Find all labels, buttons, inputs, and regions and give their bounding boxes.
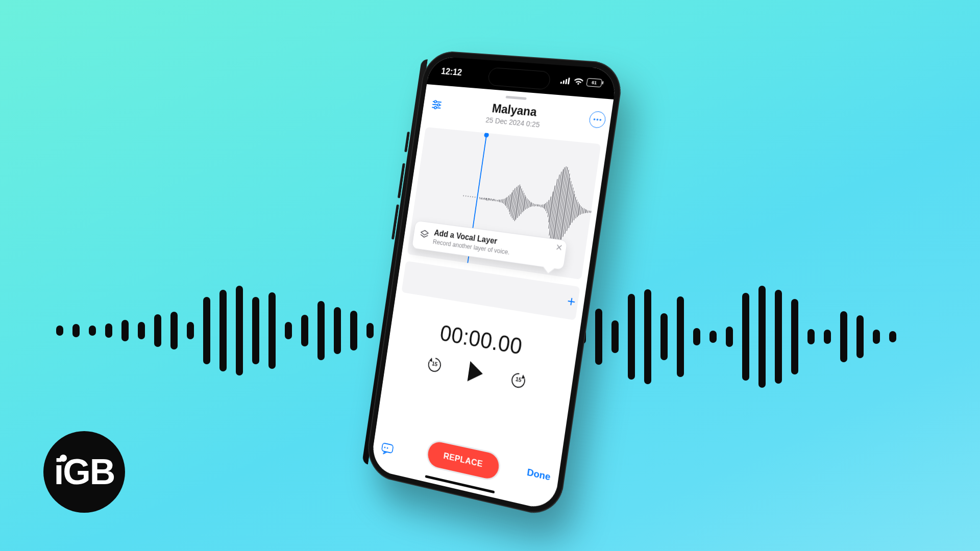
svg-point-11 [597,119,599,121]
brand-logo: iGB [43,431,125,513]
svg-rect-0 [560,82,562,84]
phone-screen: 12:12 61 [370,56,618,512]
bg-waveform-right [546,286,896,388]
bottom-toolbar: REPLACE Done [371,419,561,505]
status-time: 12:12 [440,66,462,78]
replace-button[interactable]: REPLACE [426,440,501,481]
add-layer-button[interactable]: + [563,293,580,311]
hero-canvas: iGB 12:12 61 [0,0,980,551]
skip-forward-icon [509,370,528,391]
transcript-button[interactable] [380,442,394,457]
ellipsis-icon [593,118,601,121]
close-icon [556,244,562,251]
svg-rect-1 [562,80,565,84]
cellular-icon [560,77,571,84]
playback-controls: 15 15 [385,346,573,400]
plus-icon: + [566,293,577,310]
more-button[interactable] [588,111,606,129]
svg-line-14 [557,245,561,249]
phone-mockup: 12:12 61 [364,50,625,519]
skip-back-button[interactable]: 15 [426,355,444,375]
svg-point-8 [437,104,440,106]
svg-rect-3 [568,78,570,84]
dynamic-island [487,67,551,90]
done-button[interactable]: Done [526,466,551,483]
tooltip-close-button[interactable] [555,243,562,253]
settings-button[interactable] [429,97,444,113]
speech-bubble-icon [380,442,394,457]
play-button[interactable] [468,361,484,384]
battery-icon: 61 [586,78,602,87]
svg-point-7 [434,101,437,103]
svg-point-9 [434,107,437,109]
waveform-track[interactable] [407,127,601,280]
sliders-icon [431,99,443,110]
svg-rect-2 [565,79,567,84]
svg-point-12 [599,119,601,121]
layer-row: Add a Vocal Layer Record another layer o… [401,261,580,320]
home-indicator[interactable] [425,475,495,493]
skip-forward-button[interactable]: 15 [509,370,528,391]
sheet-grabber[interactable] [505,96,526,100]
svg-line-13 [557,245,561,249]
bg-waveform-left [56,286,390,375]
layers-icon [419,229,430,243]
wifi-icon [573,78,583,85]
svg-point-10 [594,118,596,120]
